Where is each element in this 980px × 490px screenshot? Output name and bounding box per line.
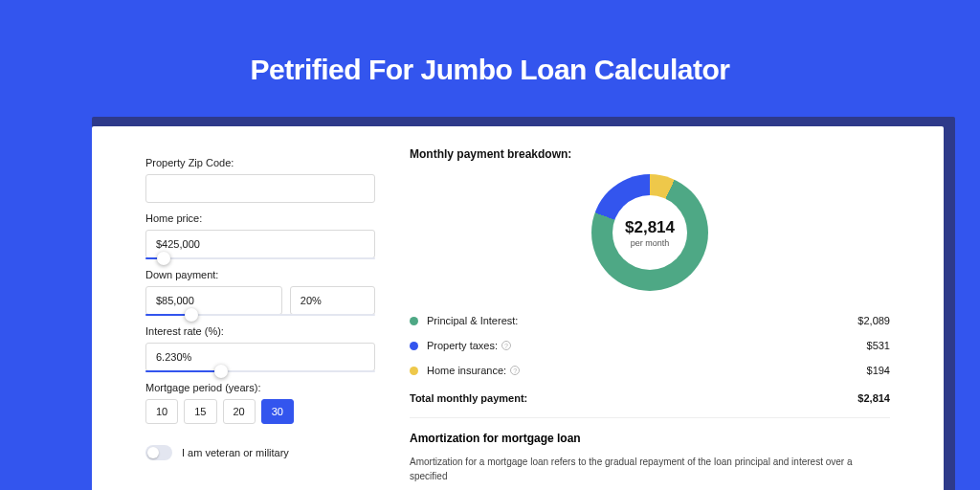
calculator-panel: Property Zip Code: Home price: Down paym… <box>92 126 944 490</box>
amortization-text: Amortization for a mortgage loan refers … <box>410 455 890 483</box>
legend-row-taxes: Property taxes: ? $531 <box>410 333 890 358</box>
price-slider[interactable] <box>145 257 375 259</box>
legend-label: Property taxes: <box>427 340 498 351</box>
legend-row-insurance: Home insurance: ? $194 <box>410 358 890 383</box>
legend-label: Principal & Interest: <box>427 315 518 326</box>
breakdown-title: Monthly payment breakdown: <box>410 147 890 161</box>
donut-amount: $2,814 <box>591 218 708 237</box>
legend-row-principal: Principal & Interest: $2,089 <box>410 308 890 333</box>
dot-icon <box>410 317 418 325</box>
divider <box>410 417 890 418</box>
panel-shadow: Property Zip Code: Home price: Down paym… <box>92 117 955 490</box>
donut-sublabel: per month <box>591 238 708 248</box>
price-slider-thumb[interactable] <box>157 252 170 265</box>
legend-total-row: Total monthly payment: $2,814 <box>410 383 890 410</box>
down-label: Down payment: <box>145 269 375 280</box>
period-btn-10[interactable]: 10 <box>145 399 178 424</box>
rate-slider-thumb[interactable] <box>214 365 228 378</box>
page-title: Petrified For Jumbo Loan Calculator <box>0 54 980 86</box>
payment-donut-chart: $2,814 per month <box>591 174 708 291</box>
veteran-toggle[interactable] <box>145 445 172 460</box>
price-label: Home price: <box>145 212 375 224</box>
period-btn-15[interactable]: 15 <box>184 399 216 424</box>
rate-label: Interest rate (%): <box>145 325 375 337</box>
rate-slider[interactable] <box>145 370 375 372</box>
price-input[interactable] <box>145 230 375 258</box>
breakdown-column: Monthly payment breakdown: $2,814 per mo… <box>398 126 944 490</box>
period-btn-20[interactable]: 20 <box>223 399 256 424</box>
period-label: Mortgage period (years): <box>145 382 375 393</box>
period-options: 10 15 20 30 <box>145 399 375 424</box>
input-column: Property Zip Code: Home price: Down paym… <box>92 126 398 490</box>
zip-label: Property Zip Code: <box>145 157 375 168</box>
down-amount-input[interactable] <box>145 286 282 315</box>
dot-icon <box>410 367 418 375</box>
total-label: Total monthly payment: <box>410 392 858 404</box>
info-icon[interactable]: ? <box>510 366 520 375</box>
legend-label: Home insurance: <box>427 365 506 376</box>
info-icon[interactable]: ? <box>501 341 511 350</box>
veteran-label: I am veteran or military <box>182 447 289 458</box>
legend-value: $194 <box>867 365 890 376</box>
down-percent-input[interactable] <box>290 286 375 315</box>
rate-input[interactable] <box>145 343 375 371</box>
legend-value: $531 <box>867 340 890 351</box>
amortization-title: Amortization for mortgage loan <box>410 432 890 445</box>
legend: Principal & Interest: $2,089 Property ta… <box>410 308 890 410</box>
legend-value: $2,089 <box>858 315 890 326</box>
down-slider-thumb[interactable] <box>185 308 198 322</box>
dot-icon <box>410 342 418 350</box>
down-slider[interactable] <box>145 314 375 316</box>
zip-input[interactable] <box>145 174 375 203</box>
total-value: $2,814 <box>858 392 890 404</box>
period-btn-30[interactable]: 30 <box>261 399 294 424</box>
